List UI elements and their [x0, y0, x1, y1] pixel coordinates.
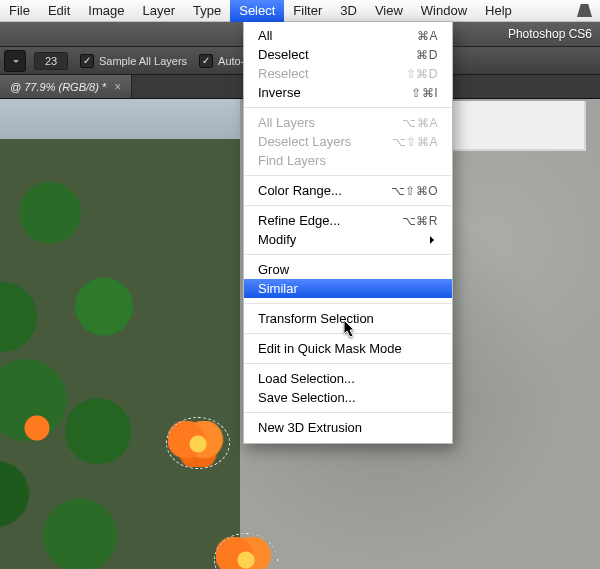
menu-item-label: Deselect Layers [258, 134, 392, 149]
menu-item-shortcut: ⌘A [417, 29, 438, 43]
app-title-label: Photoshop CS6 [508, 27, 600, 41]
menu-item-label: Save Selection... [258, 390, 438, 405]
menu-separator [245, 333, 451, 334]
chevron-down-icon [13, 60, 19, 66]
menu-item-all[interactable]: All ⌘A [244, 26, 452, 45]
menu-help[interactable]: Help [476, 0, 521, 22]
menu-item-label: Modify [258, 232, 430, 247]
menu-file[interactable]: File [0, 0, 39, 22]
menu-item-label: All Layers [258, 115, 402, 130]
canvas-flower [20, 413, 54, 443]
menu-separator [245, 412, 451, 413]
tool-preset-button[interactable] [4, 50, 26, 72]
menu-separator [245, 205, 451, 206]
menu-filter[interactable]: Filter [284, 0, 331, 22]
tolerance-field[interactable]: 23 [34, 52, 68, 70]
menu-item-label: Refine Edge... [258, 213, 402, 228]
menu-separator [245, 254, 451, 255]
menubar-right [577, 4, 600, 17]
menu-item-grow[interactable]: Grow [244, 260, 452, 279]
menu-separator [245, 175, 451, 176]
menu-3d[interactable]: 3D [331, 0, 366, 22]
menu-item-label: Reselect [258, 66, 406, 81]
menu-select[interactable]: Select [230, 0, 284, 22]
menu-item-load-selection[interactable]: Load Selection... [244, 369, 452, 388]
canvas-bg-foliage [0, 109, 260, 569]
menu-item-shortcut: ⌥⇧⌘O [391, 184, 438, 198]
submenu-arrow-icon [430, 236, 438, 244]
menu-item-modify[interactable]: Modify [244, 230, 452, 249]
menu-item-label: Similar [258, 281, 438, 296]
select-menu-dropdown: All ⌘A Deselect ⌘D Reselect ⇧⌘D Inverse … [243, 22, 453, 444]
menu-item-deselect-layers: Deselect Layers ⌥⇧⌘A [244, 132, 452, 151]
menu-item-refine-edge[interactable]: Refine Edge... ⌥⌘R [244, 211, 452, 230]
menu-item-shortcut: ⇧⌘I [411, 86, 438, 100]
menu-item-label: Grow [258, 262, 438, 277]
menu-item-label: Find Layers [258, 153, 438, 168]
menu-item-label: All [258, 28, 417, 43]
menu-type[interactable]: Type [184, 0, 230, 22]
menu-item-transform-selection[interactable]: Transform Selection [244, 309, 452, 328]
menu-item-label: New 3D Extrusion [258, 420, 438, 435]
document-tab-title: @ 77.9% (RGB/8) * [10, 81, 106, 93]
sample-all-layers-checkbox[interactable]: ✓ Sample All Layers [80, 54, 187, 68]
menu-item-quick-mask[interactable]: Edit in Quick Mask Mode [244, 339, 452, 358]
menu-item-label: Color Range... [258, 183, 391, 198]
menu-edit[interactable]: Edit [39, 0, 79, 22]
menu-image[interactable]: Image [79, 0, 133, 22]
menu-separator [245, 303, 451, 304]
close-icon[interactable]: × [114, 80, 121, 94]
menu-item-shortcut: ⌥⇧⌘A [392, 135, 438, 149]
menu-item-label: Edit in Quick Mask Mode [258, 341, 438, 356]
menu-separator [245, 107, 451, 108]
menu-item-label: Transform Selection [258, 311, 438, 326]
menu-item-shortcut: ⇧⌘D [406, 67, 438, 81]
menu-item-deselect[interactable]: Deselect ⌘D [244, 45, 452, 64]
menu-item-shortcut: ⌥⌘R [402, 214, 438, 228]
menu-item-inverse[interactable]: Inverse ⇧⌘I [244, 83, 452, 102]
menu-view[interactable]: View [366, 0, 412, 22]
menubar: File Edit Image Layer Type Select Filter… [0, 0, 600, 22]
menu-window[interactable]: Window [412, 0, 476, 22]
menu-item-color-range[interactable]: Color Range... ⌥⇧⌘O [244, 181, 452, 200]
menu-item-label: Load Selection... [258, 371, 438, 386]
menu-separator [245, 363, 451, 364]
menu-item-shortcut: ⌘D [416, 48, 438, 62]
selection-marquee [166, 417, 230, 469]
menu-item-shortcut: ⌥⌘A [402, 116, 438, 130]
menu-item-save-selection[interactable]: Save Selection... [244, 388, 452, 407]
document-tab[interactable]: @ 77.9% (RGB/8) * × [0, 75, 132, 98]
checkbox-icon: ✓ [199, 54, 213, 68]
sample-all-layers-label: Sample All Layers [99, 55, 187, 67]
menu-item-find-layers: Find Layers [244, 151, 452, 170]
menu-item-similar[interactable]: Similar [244, 279, 452, 298]
menu-item-label: Inverse [258, 85, 411, 100]
menu-layer[interactable]: Layer [134, 0, 185, 22]
checkbox-icon: ✓ [80, 54, 94, 68]
menu-item-label: Deselect [258, 47, 416, 62]
menu-item-new-3d-extrusion[interactable]: New 3D Extrusion [244, 418, 452, 437]
cloud-drive-icon[interactable] [577, 4, 592, 17]
menu-item-reselect: Reselect ⇧⌘D [244, 64, 452, 83]
menu-item-all-layers: All Layers ⌥⌘A [244, 113, 452, 132]
